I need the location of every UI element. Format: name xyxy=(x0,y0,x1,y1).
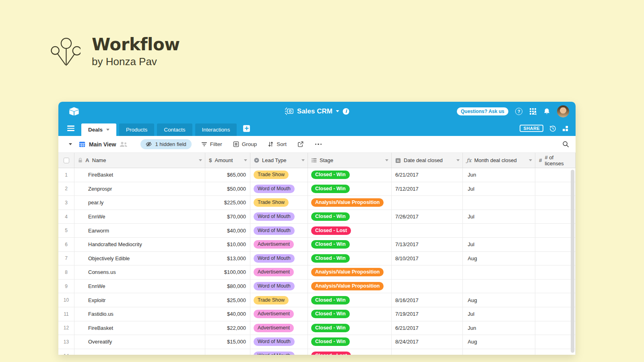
cell-licenses[interactable] xyxy=(535,307,576,321)
cell-licenses[interactable] xyxy=(535,210,576,224)
table-row[interactable]: 11 Fastidio.us $40,000 Advertisement Clo… xyxy=(58,307,576,321)
tab-products[interactable]: Products xyxy=(119,123,154,136)
cell-month-closed[interactable]: Aug xyxy=(463,293,535,307)
cell-stage[interactable]: Closed - Win xyxy=(308,182,392,196)
cell-lead-type[interactable]: Word of Mouth xyxy=(250,210,308,224)
column-menu-caret-icon[interactable] xyxy=(199,159,202,161)
column-header-date-closed[interactable]: 31 Date deal closed xyxy=(392,153,463,168)
cell-amount[interactable]: $65,000 xyxy=(205,168,250,182)
cell-month-closed[interactable]: Jul xyxy=(463,238,535,251)
table-row[interactable]: 14 Word of Mouth Closed - Lost xyxy=(58,349,576,355)
cell-licenses[interactable] xyxy=(535,182,576,196)
share-button[interactable]: SHARE xyxy=(520,125,543,132)
cell-stage[interactable]: Closed - Win xyxy=(308,210,392,224)
cell-stage[interactable]: Analysis/Value Proposition xyxy=(308,196,392,210)
column-header-name[interactable]: A Name xyxy=(74,153,205,168)
cell-name[interactable]: Objectively Edible xyxy=(74,252,205,265)
cell-lead-type[interactable]: Trade Show xyxy=(250,196,308,210)
cell-lead-type[interactable]: Advertisement xyxy=(250,238,308,251)
cell-licenses[interactable] xyxy=(535,293,576,307)
cell-name[interactable]: EnnWe xyxy=(74,210,205,224)
sort-button[interactable]: Sort xyxy=(268,141,287,147)
cell-name[interactable] xyxy=(74,349,205,355)
view-name[interactable]: Main View xyxy=(89,141,116,148)
filter-button[interactable]: Filter xyxy=(201,141,222,147)
tab-contacts[interactable]: Contacts xyxy=(157,123,192,136)
cell-lead-type[interactable]: Trade Show xyxy=(250,293,308,307)
cell-name[interactable]: FireBasket xyxy=(74,321,205,335)
cell-date-closed[interactable]: 7/26/2017 xyxy=(392,210,463,224)
cell-name[interactable]: Earworm xyxy=(74,224,205,237)
cell-name[interactable]: Consens.us xyxy=(74,265,205,279)
column-menu-caret-icon[interactable] xyxy=(385,159,388,161)
search-icon[interactable] xyxy=(562,141,569,148)
group-button[interactable]: Group xyxy=(233,141,257,147)
collapse-sidebar-caret-icon[interactable] xyxy=(69,143,72,145)
table-row[interactable]: 9 EnnWe $80,000 Word of Mouth Analysis/V… xyxy=(58,280,576,294)
cell-lead-type[interactable]: Word of Mouth xyxy=(250,252,308,265)
cell-month-closed[interactable]: Jun xyxy=(463,321,535,335)
cell-name[interactable]: Zenprospr xyxy=(74,182,205,196)
cell-date-closed[interactable]: 7/19/2017 xyxy=(392,307,463,321)
share-view-button[interactable] xyxy=(297,141,303,147)
cell-amount[interactable]: $80,000 xyxy=(205,280,250,293)
cell-date-closed[interactable]: 8/24/2017 xyxy=(392,335,463,349)
cell-name[interactable]: FireBasket xyxy=(74,168,205,182)
table-row[interactable]: 1 FireBasket $65,000 Trade Show Closed -… xyxy=(58,168,576,182)
cell-lead-type[interactable]: Advertisement xyxy=(250,321,308,335)
cell-month-closed[interactable]: Jul xyxy=(463,210,535,224)
cell-month-closed[interactable]: Jul xyxy=(463,182,535,196)
cell-licenses[interactable] xyxy=(535,321,576,335)
cell-month-closed[interactable] xyxy=(463,265,535,279)
cell-date-closed[interactable]: 6/21/2017 xyxy=(392,168,463,182)
cell-stage[interactable]: Closed - Win xyxy=(308,168,392,182)
column-menu-caret-icon[interactable] xyxy=(244,159,247,161)
cell-lead-type[interactable]: Advertisement xyxy=(250,307,308,321)
cell-licenses[interactable] xyxy=(535,196,576,210)
table-row[interactable]: 6 Handcrafted Mediocrity $10,000 Adverti… xyxy=(58,238,576,252)
cell-name[interactable]: Exploitr xyxy=(74,293,205,307)
cell-lead-type[interactable]: Word of Mouth xyxy=(250,349,308,355)
table-row[interactable]: 10 Exploitr $25,000 Trade Show Closed - … xyxy=(58,293,576,307)
vertical-scrollbar[interactable] xyxy=(571,170,574,353)
table-row[interactable]: 13 Overeatify $15,000 Word of Mouth Clos… xyxy=(58,335,576,349)
cell-licenses[interactable] xyxy=(535,265,576,279)
column-header-amount[interactable]: $ Amount xyxy=(205,153,250,168)
table-row[interactable]: 7 Objectively Edible $13,000 Word of Mou… xyxy=(58,252,576,266)
cell-amount[interactable] xyxy=(205,349,250,355)
revision-history-icon[interactable] xyxy=(549,125,556,132)
cell-licenses[interactable] xyxy=(535,238,576,251)
tab-caret-icon[interactable] xyxy=(106,129,109,131)
cell-name[interactable]: Fastidio.us xyxy=(74,307,205,321)
select-all-checkbox[interactable] xyxy=(64,158,69,163)
cell-amount[interactable]: $225,000 xyxy=(205,196,250,210)
table-row[interactable]: 5 Earworm $40,000 Word of Mouth Closed -… xyxy=(58,224,576,238)
cell-stage[interactable]: Closed - Win xyxy=(308,238,392,251)
cell-date-closed[interactable] xyxy=(392,265,463,279)
base-title[interactable]: Sales CRM xyxy=(297,107,332,115)
cell-stage[interactable]: Closed - Win xyxy=(308,307,392,321)
cell-stage[interactable]: Analysis/Value Proposition xyxy=(308,265,392,279)
cell-month-closed[interactable]: Aug xyxy=(463,335,535,349)
cell-stage[interactable]: Closed - Win xyxy=(308,321,392,335)
column-menu-caret-icon[interactable] xyxy=(456,159,460,161)
cell-amount[interactable]: $100,000 xyxy=(205,265,250,279)
cell-date-closed[interactable] xyxy=(392,349,463,355)
help-icon[interactable]: ? xyxy=(515,108,522,115)
cell-stage[interactable]: Closed - Win xyxy=(308,335,392,349)
cell-date-closed[interactable] xyxy=(392,196,463,210)
cell-stage[interactable]: Analysis/Value Proposition xyxy=(308,280,392,293)
cell-lead-type[interactable]: Word of Mouth xyxy=(250,224,308,237)
column-header-licenses[interactable]: # # of licenses xyxy=(535,153,576,168)
cell-amount[interactable]: $22,000 xyxy=(205,321,250,335)
more-options-icon[interactable] xyxy=(315,144,322,145)
cell-date-closed[interactable] xyxy=(392,224,463,237)
cell-licenses[interactable] xyxy=(535,224,576,237)
cell-amount[interactable]: $40,000 xyxy=(205,224,250,237)
questions-ask-us-button[interactable]: Questions? Ask us xyxy=(457,107,508,115)
collaborators-icon[interactable] xyxy=(120,142,128,147)
cell-licenses[interactable] xyxy=(535,168,576,182)
hidden-fields-button[interactable]: 1 hidden field xyxy=(140,139,191,149)
cell-date-closed[interactable]: 8/10/2017 xyxy=(392,252,463,265)
cell-date-closed[interactable]: 6/21/2017 xyxy=(392,321,463,335)
